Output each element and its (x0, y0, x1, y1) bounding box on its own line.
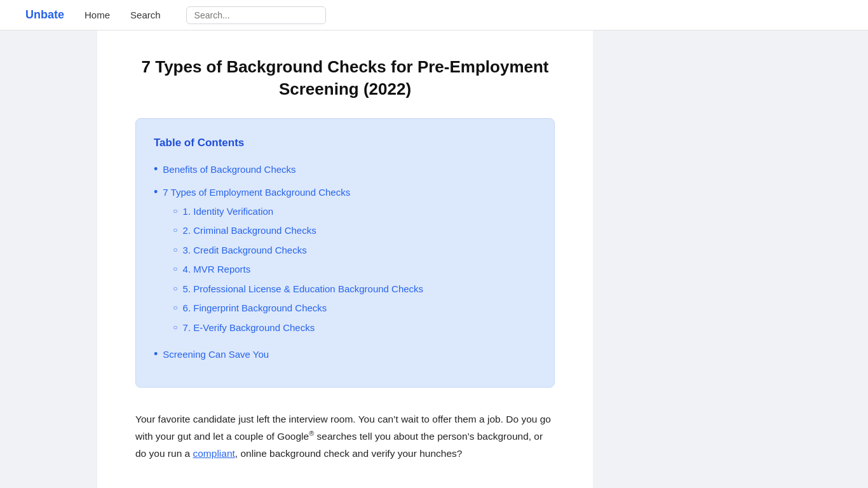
toc-sub-item-5: ○ 5. Professional License & Education Ba… (163, 282, 423, 297)
navbar: Unbate Home Search (0, 0, 868, 30)
toc-link-types[interactable]: 7 Types of Employment Background Checks (163, 187, 350, 198)
article-title: 7 Types of Background Checks for Pre-Emp… (135, 56, 555, 100)
toc-link-professional[interactable]: 5. Professional License & Education Back… (183, 282, 424, 297)
table-of-contents: Table of Contents • Benefits of Backgrou… (135, 118, 555, 387)
body-compliant-link[interactable]: compliant (193, 448, 234, 459)
nav-search-link[interactable]: Search (130, 8, 161, 23)
toc-bullet-3: • (154, 346, 158, 362)
toc-item-benefits: • Benefits of Background Checks (154, 161, 536, 178)
toc-bullet-2: • (154, 184, 158, 200)
toc-link-screening[interactable]: Screening Can Save You (163, 349, 269, 360)
toc-sub-bullet-5: ○ (173, 282, 177, 295)
toc-sub-bullet-2: ○ (173, 224, 177, 236)
toc-heading: Table of Contents (154, 134, 536, 151)
search-input[interactable] (186, 6, 326, 24)
toc-sub-item-6: ○ 6. Fingerprint Background Checks (163, 301, 423, 316)
nav-home-link[interactable]: Home (85, 8, 110, 23)
toc-bullet-1: • (154, 161, 158, 177)
toc-link-mvr[interactable]: 4. MVR Reports (183, 262, 251, 277)
toc-link-criminal[interactable]: 2. Criminal Background Checks (183, 224, 316, 238)
toc-item-screening-content: Screening Can Save You (163, 346, 269, 363)
toc-list: • Benefits of Background Checks • 7 Type… (154, 161, 536, 362)
toc-sub-bullet-1: ○ (173, 205, 177, 217)
toc-sub-item-1: ○ 1. Identity Verification (163, 205, 423, 219)
toc-sub-bullet-7: ○ (173, 321, 177, 334)
body-text-3: , online background check and verify you… (235, 448, 463, 459)
article-body-paragraph: Your favorite candidate just left the in… (135, 410, 555, 463)
toc-sub-item-7: ○ 7. E-Verify Background Checks (163, 321, 423, 336)
toc-link-fingerprint[interactable]: 6. Fingerprint Background Checks (183, 301, 327, 316)
right-sidebar (593, 30, 771, 488)
toc-item-types: • 7 Types of Employment Background Check… (154, 184, 536, 340)
toc-item-screening: • Screening Can Save You (154, 346, 536, 363)
page-wrapper: 7 Types of Background Checks for Pre-Emp… (0, 30, 868, 488)
site-logo[interactable]: Unbate (25, 6, 64, 24)
toc-link-benefits[interactable]: Benefits of Background Checks (163, 164, 295, 175)
toc-item-types-content: 7 Types of Employment Background Checks … (163, 184, 423, 340)
toc-sub-list: ○ 1. Identity Verification ○ 2. Criminal… (163, 205, 423, 336)
toc-sub-item-4: ○ 4. MVR Reports (163, 262, 423, 277)
toc-sub-bullet-3: ○ (173, 243, 177, 256)
toc-link-everify[interactable]: 7. E-Verify Background Checks (183, 321, 315, 336)
toc-sub-item-2: ○ 2. Criminal Background Checks (163, 224, 423, 238)
toc-sub-item-3: ○ 3. Credit Background Checks (163, 243, 423, 258)
search-wrapper (186, 6, 326, 24)
toc-item-benefits-content: Benefits of Background Checks (163, 161, 295, 178)
content-column: 7 Types of Background Checks for Pre-Emp… (97, 30, 593, 488)
toc-link-credit[interactable]: 3. Credit Background Checks (183, 243, 307, 258)
toc-link-identity[interactable]: 1. Identity Verification (183, 205, 274, 219)
toc-sub-bullet-6: ○ (173, 301, 177, 314)
toc-sub-bullet-4: ○ (173, 262, 177, 275)
